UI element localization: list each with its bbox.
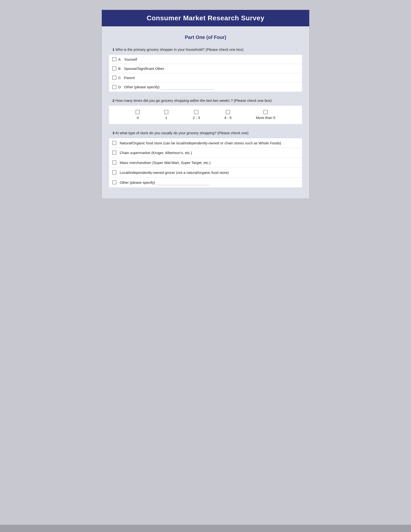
- option-2-0-label: 0: [137, 116, 139, 120]
- checkbox-3-5[interactable]: [112, 180, 116, 184]
- survey-container: Consumer Market Research Survey Part One…: [102, 10, 309, 199]
- option-3-2-label: Chain supermarket (Kroger, Albertson's, …: [120, 150, 192, 155]
- survey-header: Consumer Market Research Survey: [102, 10, 309, 26]
- option-1d-input[interactable]: [160, 84, 214, 90]
- question-2-block: 2 How many times did you go grocery shop…: [109, 95, 302, 124]
- question-1-block: 1 Who is the primary grocery shopper in …: [109, 45, 302, 92]
- question-2-text: 2 How many times did you go grocery shop…: [109, 95, 302, 106]
- option-1b-letter: B: [118, 66, 122, 71]
- question-2-before: How many times did you go grocery shoppi…: [116, 98, 190, 103]
- option-1a-label: Yourself: [124, 57, 137, 61]
- option-1c-row: C Parent: [109, 73, 302, 83]
- option-1b-row: B Spouse/Significant Other: [109, 64, 302, 73]
- question-3-body: At what type of store do you usually do …: [115, 131, 249, 135]
- question-1-body: Who is the primary grocery shopper in yo…: [116, 48, 243, 51]
- part-title: Part One (of Four): [109, 31, 302, 45]
- option-1c-letter: C: [118, 76, 122, 80]
- checkbox-3-1[interactable]: [112, 141, 116, 145]
- question-1-number: 1: [112, 48, 114, 51]
- option-3-2-row: Chain supermarket (Kroger, Albertson's, …: [109, 148, 302, 158]
- footer-bar: [0, 525, 411, 532]
- checkbox-3-4[interactable]: [112, 171, 116, 174]
- option-3-5-label: Other (please specify): [120, 180, 155, 185]
- option-3-1-label: Natural/Organic food store (can be local…: [120, 141, 281, 146]
- survey-body: Part One (of Four) 1 Who is the primary …: [102, 26, 309, 199]
- checkbox-2-2[interactable]: [194, 110, 198, 114]
- option-1d-letter: D: [118, 85, 122, 89]
- option-2-3-label: 4 - 5: [224, 116, 232, 120]
- option-3-3-row: Mass merchandiser (Super Wal-Mart, Super…: [109, 158, 302, 168]
- question-3-number: 3: [112, 131, 114, 135]
- option-1d-label: Other (please specify): [124, 85, 159, 89]
- question-3-block: 3 At what type of store do you usually d…: [109, 128, 302, 187]
- checkbox-1d[interactable]: [112, 85, 116, 89]
- option-2-2: 2 - 3: [193, 110, 200, 120]
- checkbox-2-3[interactable]: [226, 110, 230, 114]
- survey-title: Consumer Market Research Survey: [109, 14, 302, 22]
- option-3-1-row: Natural/Organic food store (can be local…: [109, 138, 302, 148]
- option-2-1-label: 1: [165, 116, 167, 120]
- checkbox-3-2[interactable]: [112, 151, 116, 154]
- question-2-options: 0 1 2 - 3 4 - 5 More than 5: [109, 106, 302, 124]
- option-2-4-label: More than 5: [256, 116, 275, 120]
- checkbox-1c[interactable]: [112, 76, 116, 80]
- option-1a-letter: A: [118, 57, 122, 61]
- option-3-4-row: Local/independently-owned grocer (not a …: [109, 168, 302, 178]
- option-2-4: More than 5: [256, 110, 275, 120]
- checkbox-2-4[interactable]: [263, 110, 268, 114]
- option-3-3-label: Mass merchandiser (Super Wal-Mart, Super…: [120, 160, 211, 165]
- option-1a-row: A Yourself: [109, 55, 302, 64]
- option-1c-label: Parent: [124, 76, 135, 80]
- question-2-number: 2: [112, 98, 114, 103]
- option-2-1: 1: [164, 110, 168, 120]
- option-1d-row: D Other (please specify): [109, 83, 302, 92]
- option-3-5-input[interactable]: [156, 180, 209, 185]
- checkbox-1b[interactable]: [112, 66, 116, 70]
- option-1b-label: Spouse/Significant Other: [124, 66, 164, 71]
- checkbox-2-0[interactable]: [136, 110, 140, 114]
- option-2-2-label: 2 - 3: [193, 116, 200, 120]
- question-2-italic: within the last two weeks: [190, 98, 230, 103]
- checkbox-1a[interactable]: [112, 57, 116, 61]
- question-3-text: 3 At what type of store do you usually d…: [109, 128, 302, 138]
- checkbox-3-3[interactable]: [112, 161, 116, 164]
- option-2-3: 4 - 5: [224, 110, 232, 120]
- question-2-after: ? (Please check one box): [231, 98, 271, 103]
- checkbox-2-1[interactable]: [164, 110, 168, 114]
- question-1-text: 1 Who is the primary grocery shopper in …: [109, 45, 302, 55]
- option-3-5-row: Other (please specify): [109, 178, 302, 187]
- option-2-0: 0: [136, 110, 140, 120]
- option-3-4-label: Local/independently-owned grocer (not a …: [120, 170, 229, 175]
